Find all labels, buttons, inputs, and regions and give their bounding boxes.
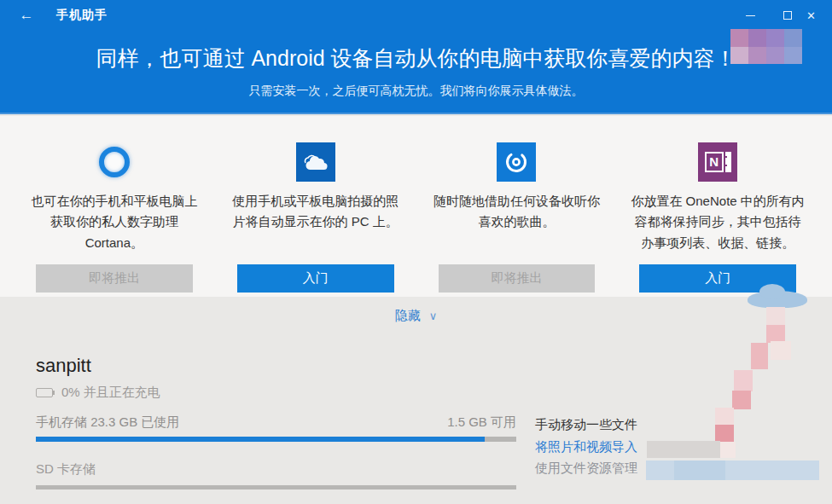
censor-block: [766, 325, 785, 343]
cortana-coming-soon-button[interactable]: 即将推出: [36, 264, 193, 293]
censor-cloud-blob: [748, 291, 807, 308]
battery-icon: [36, 388, 53, 397]
groove-coming-soon-button[interactable]: 即将推出: [439, 264, 596, 293]
hide-label: 隐藏: [395, 308, 421, 322]
censor-block: [715, 425, 734, 443]
phone-storage-used-label: 手机存储 23.3 GB 已使用: [36, 414, 179, 431]
minimize-button[interactable]: [731, 0, 769, 31]
feature-onedrive-text: 使用手机或平板电脑拍摄的照片将自动显示在你的 PC 上。: [227, 191, 404, 233]
feature-groove-text: 随时随地借助任何设备收听你喜欢的歌曲。: [428, 191, 606, 233]
battery-status-row: 0% 并且正在充电: [36, 385, 160, 401]
censor-block: [732, 391, 751, 409]
import-photos-videos-link[interactable]: 将照片和视频导入: [535, 439, 637, 455]
censor-block: [751, 343, 768, 369]
onedrive-get-started-button[interactable]: 入门: [237, 264, 394, 293]
back-button[interactable]: ←: [14, 3, 39, 27]
feature-onedrive: 使用手机或平板电脑拍摄的照片将自动显示在你的 PC 上。 入门: [215, 116, 416, 297]
maximize-icon: [783, 11, 792, 20]
phone-storage-available-label: 1.5 GB 可用: [447, 414, 516, 431]
use-file-explorer-link[interactable]: 使用文件资源管理: [535, 461, 637, 477]
censor-block: [719, 442, 736, 458]
close-button[interactable]: ✕: [806, 0, 832, 31]
hide-link[interactable]: 隐藏∨: [0, 308, 832, 324]
feature-onenote-text: 你放置在 OneNote 中的所有内容都将保持同步，其中包括待办事项列表、收据、…: [629, 191, 806, 253]
phone-companion-window: ← 手机助手 ✕ 同样，也可通过 Android 设备自动从你的电脑中获取你喜爱…: [0, 0, 832, 504]
cortana-ring-icon: [99, 147, 130, 177]
groove-music-icon: [497, 142, 536, 182]
maximize-button[interactable]: [769, 0, 806, 31]
manual-heading: 手动移动一些文件: [535, 417, 637, 433]
close-icon: ✕: [806, 9, 816, 22]
feature-onenote: N 你放置在 OneNote 中的所有内容都将保持同步，其中包括待办事项列表、收…: [617, 116, 818, 297]
censor-block: [674, 461, 725, 480]
window-controls: ✕: [731, 0, 832, 31]
onenote-pages-icon: [725, 152, 731, 172]
feature-cortana-text: 也可在你的手机和平板电脑上获取你的私人数字助理 Cortana。: [26, 191, 203, 253]
feature-cortana: 也可在你的手机和平板电脑上获取你的私人数字助理 Cortana。 即将推出: [14, 116, 215, 297]
minimize-icon: [746, 15, 755, 16]
hero-subheading: 只需安装一次，之后便可高枕无忧。我们将向你展示具体做法。: [0, 84, 832, 99]
phone-storage-fill: [36, 437, 485, 442]
censor-mosaic-top-right: [730, 29, 802, 64]
hero-banner: ← 手机助手 ✕ 同样，也可通过 Android 设备自动从你的电脑中获取你喜爱…: [0, 0, 832, 114]
chevron-down-icon: ∨: [429, 310, 438, 322]
manual-file-section: 手动移动一些文件 将照片和视频导入 使用文件资源管理: [535, 417, 637, 477]
onedrive-cloud-icon: [296, 142, 335, 182]
censor-block: [771, 341, 791, 360]
censor-block: [715, 408, 734, 426]
feature-groove: 随时随地借助任何设备收听你喜欢的歌曲。 即将推出: [416, 116, 618, 297]
sd-storage-bar: [36, 485, 516, 490]
device-name: sanpitt: [36, 355, 91, 377]
censor-block: [766, 307, 785, 326]
censor-block: [734, 370, 753, 391]
phone-storage-bar: [36, 437, 516, 442]
onenote-letter: N: [705, 152, 724, 172]
censor-block: [646, 461, 819, 480]
storage-section: 手机存储 23.3 GB 已使用 1.5 GB 可用 SD 卡存储: [36, 414, 516, 490]
titlebar: ← 手机助手 ✕: [0, 0, 832, 31]
hero-heading: 同样，也可通过 Android 设备自动从你的电脑中获取你喜爱的内容！: [0, 44, 832, 72]
sd-storage-label: SD 卡存储: [36, 461, 516, 478]
feature-strip: 也可在你的手机和平板电脑上获取你的私人数字助理 Cortana。 即将推出 使用…: [0, 116, 832, 297]
window-title: 手机助手: [56, 8, 108, 23]
battery-status-text: 0% 并且正在充电: [61, 385, 160, 401]
censor-block: [647, 441, 720, 458]
onenote-icon: N: [698, 142, 737, 182]
